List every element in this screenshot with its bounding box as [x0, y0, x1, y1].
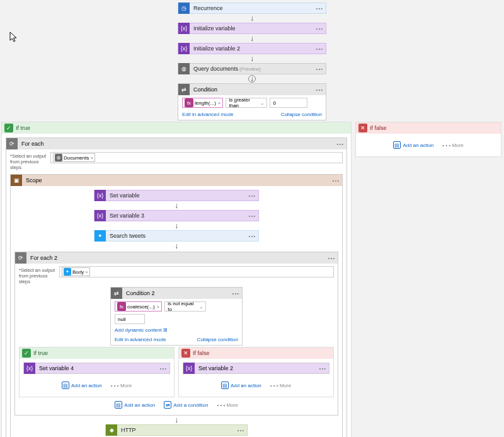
chevron-down-icon: ⌄: [260, 100, 265, 106]
card-menu[interactable]: •••: [316, 87, 323, 93]
condition-1-operator[interactable]: is greater than⌄: [226, 98, 267, 108]
inner-if-false-head[interactable]: ✕ If false: [179, 347, 333, 359]
set-variable-4-label: Set variable 4: [35, 365, 74, 371]
card-menu[interactable]: •••: [328, 255, 335, 261]
scope-label: Scope: [22, 177, 42, 184]
flow-arrow: ↓: [250, 15, 254, 22]
loop-icon: ⟳: [15, 252, 26, 264]
more-link[interactable]: • • • More: [442, 143, 463, 148]
close-icon: ✕: [358, 124, 367, 132]
set-variable-card[interactable]: {x} Set variable •••: [94, 190, 259, 201]
http-label: HTTP: [117, 427, 247, 433]
more-link[interactable]: • • • More: [217, 402, 238, 408]
condition-icon: ⇄: [111, 288, 122, 299]
condition-1-expr-pill[interactable]: fx length(...) ×: [182, 98, 223, 108]
flow-arrow: ↓: [250, 35, 254, 42]
if-true-head[interactable]: ✓ If true: [2, 122, 351, 134]
condition-1-expr: length(...): [195, 100, 216, 106]
query-documents-card[interactable]: ◍ Query documents(Preview) •••: [178, 63, 326, 74]
add-condition-icon: ⇄: [164, 401, 171, 409]
card-menu[interactable]: •••: [232, 291, 239, 296]
condition-2-value[interactable]: null: [115, 314, 145, 324]
add-action-button[interactable]: ▤Add an action: [393, 141, 433, 149]
card-menu[interactable]: •••: [333, 178, 340, 184]
documents-token[interactable]: ◍ Documents ×: [53, 153, 95, 162]
card-menu[interactable]: •••: [316, 26, 323, 32]
http-card[interactable]: ◆ HTTP •••: [105, 424, 248, 436]
more-link[interactable]: • • • More: [270, 383, 291, 388]
card-menu[interactable]: •••: [160, 366, 167, 371]
flow-arrow: ↓: [175, 416, 178, 424]
for-each-2-label: For each 2: [26, 255, 57, 261]
add-condition-button[interactable]: ⇄Add a condition: [164, 401, 208, 409]
foreach2-output-picker[interactable]: ✦ Body ×: [59, 266, 334, 277]
body-token[interactable]: ✦ Body ×: [62, 267, 90, 276]
card-menu[interactable]: •••: [319, 366, 326, 371]
check-icon: ✓: [22, 349, 31, 358]
add-action-icon: ▤: [221, 382, 229, 389]
set-variable-3-label: Set variable 3: [106, 213, 258, 219]
remove-icon[interactable]: ×: [85, 269, 88, 275]
foreach2-picker-label: *Select an output from previous steps: [19, 266, 55, 284]
set-variable-2-card[interactable]: {x} Set variable 2 •••: [183, 363, 329, 374]
add-action-button[interactable]: ▤Add an action: [115, 401, 155, 409]
remove-icon[interactable]: ×: [218, 100, 221, 106]
init-var-2-label: Initialize variable 2: [190, 45, 326, 52]
condition-1-value[interactable]: 0: [270, 98, 307, 108]
condition-2-operator[interactable]: is not equal to⌄: [164, 301, 206, 312]
query-documents-label: Query documents(Preview): [190, 66, 326, 72]
card-menu[interactable]: •••: [249, 193, 256, 199]
cosmosdb-icon: ◍: [55, 154, 62, 161]
collapse-condition-link[interactable]: Collapse condition: [281, 112, 322, 117]
check-icon: ✓: [4, 124, 13, 132]
condition-2-card[interactable]: ⇄ Condition 2 ••• fx coalesce: [110, 287, 243, 346]
more-link[interactable]: • • • More: [111, 383, 132, 388]
scope-card[interactable]: ▣ Scope ••• {x} Set variable ••• ↓: [10, 174, 343, 437]
recurrence-label: Recurrence: [190, 5, 326, 11]
add-action-button[interactable]: ▤Add an action: [62, 382, 102, 389]
remove-icon[interactable]: ×: [90, 155, 93, 161]
chevron-down-icon: ⌄: [199, 304, 203, 310]
set-variable-3-card[interactable]: {x} Set variable 3 •••: [94, 210, 259, 221]
set-variable-label: Set variable: [106, 192, 258, 199]
add-dynamic-content-link[interactable]: Add dynamic content ⊞: [115, 327, 168, 333]
init-var-1-card[interactable]: {x} Initialize variable •••: [178, 23, 326, 34]
edit-advanced-link[interactable]: Edit in advanced mode: [182, 112, 233, 117]
for-each-2-card[interactable]: ⟳ For each 2 ••• *Select an output from …: [14, 252, 338, 416]
set-variable-4-card[interactable]: {x} Set variable 4 •••: [23, 363, 170, 374]
if-false-head[interactable]: ✕ If false: [356, 122, 501, 134]
condition-2-expr: coalesce(...): [127, 304, 155, 310]
card-menu[interactable]: •••: [238, 428, 244, 433]
clock-icon: ◷: [178, 3, 190, 14]
init-var-2-card[interactable]: {x} Initialize variable 2 •••: [178, 43, 326, 54]
collapse-condition-link-2[interactable]: Collapse condition: [197, 337, 238, 342]
card-menu[interactable]: •••: [249, 233, 256, 239]
add-action-button[interactable]: ▤Add an action: [221, 382, 261, 389]
cosmosdb-icon: ◍: [178, 63, 190, 74]
if-false-label: If false: [370, 125, 387, 131]
edit-advanced-link-2[interactable]: Edit in advanced mode: [115, 337, 166, 342]
condition-1-card[interactable]: ⇄ Condition ••• fx length(...) × is grea…: [178, 83, 326, 120]
twitter-icon: ✦: [64, 268, 71, 276]
card-menu[interactable]: •••: [337, 141, 344, 147]
flow-arrow-insert[interactable]: ↓: [250, 75, 254, 83]
for-each-card[interactable]: ⟳ For each ••• *Select an output from pr…: [6, 137, 347, 437]
search-tweets-label: Search tweets: [106, 233, 258, 239]
loop-icon: ⟳: [6, 138, 18, 149]
init-var-1-label: Initialize variable: [190, 25, 326, 32]
inner-if-true-head[interactable]: ✓ If true: [20, 347, 174, 359]
remove-icon[interactable]: ×: [157, 304, 160, 310]
twitter-icon: ✦: [94, 230, 106, 242]
if-true-branch: ✓ If true ⟳ For each ••• *Select an outp…: [1, 122, 352, 437]
card-menu[interactable]: •••: [249, 213, 256, 219]
card-menu[interactable]: •••: [316, 66, 323, 72]
fx-icon: fx: [185, 98, 193, 107]
search-tweets-card[interactable]: ✦ Search tweets •••: [94, 230, 259, 242]
condition-2-expr-pill[interactable]: fx coalesce(...) ×: [115, 301, 162, 312]
foreach-output-picker[interactable]: ◍ Documents ×: [50, 152, 343, 163]
if-false-branch: ✕ If false ▤Add an action • • • More: [355, 122, 501, 157]
card-menu[interactable]: •••: [316, 46, 323, 52]
card-menu[interactable]: •••: [316, 6, 323, 11]
recurrence-card[interactable]: ◷ Recurrence •••: [178, 3, 326, 14]
add-action-icon: ▤: [393, 141, 401, 149]
